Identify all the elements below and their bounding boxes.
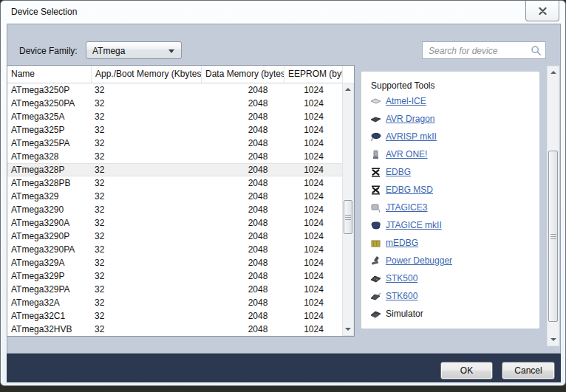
table-row[interactable]: ATmega328PB 32 2048 1024 [7, 176, 342, 190]
device-name-cell: ATmega3290PA [7, 244, 92, 255]
tool-item: Power Debugger [361, 252, 539, 269]
table-row[interactable]: ATmega329P 32 2048 1024 [7, 269, 342, 283]
device-table-body: ATmega3250P 32 2048 1024 ATmega3250PA 32… [7, 83, 342, 336]
eeprom-cell: 1024 [284, 271, 342, 281]
arrow-down-icon [345, 328, 351, 331]
tool-link[interactable]: JTAGICE mkII [386, 220, 442, 230]
supported-tools-panel: Supported Tools Atmel-ICE AVR Dragon AVR… [361, 71, 540, 329]
column-header-datamem[interactable]: Data Memory (bytes) [202, 66, 284, 83]
table-row[interactable]: ATmega325A 32 2048 1024 [7, 110, 342, 123]
tool-link[interactable]: EDBG MSD [386, 185, 433, 195]
table-row[interactable]: ATmega32HVB 32 2048 1024 [7, 323, 342, 336]
table-row[interactable]: ATmega325P 32 2048 1024 [7, 123, 342, 137]
atmel-ice-icon [369, 97, 381, 106]
data-memory-cell: 2048 [202, 258, 284, 268]
search-icon[interactable] [531, 45, 542, 59]
tool-item: JTAGICE3 [361, 199, 539, 216]
column-header-name[interactable]: Name [7, 66, 92, 83]
tool-link[interactable]: AVR ONE! [386, 149, 427, 159]
eeprom-cell: 1024 [284, 218, 342, 228]
eeprom-cell: 1024 [284, 311, 342, 321]
device-name-cell: ATmega328P [7, 165, 92, 175]
eeprom-cell: 1024 [284, 98, 342, 109]
table-row[interactable]: ATmega32C1 32 2048 1024 [7, 309, 342, 323]
tool-item: EDBG [361, 163, 539, 181]
arrow-up-icon [345, 88, 351, 91]
device-name-cell: ATmega325PA [7, 138, 92, 148]
eeprom-cell: 1024 [284, 178, 342, 188]
tool-label: Simulator [386, 309, 423, 319]
edbg-icon [369, 168, 381, 177]
table-row[interactable]: ATmega32A 32 2048 1024 [7, 296, 342, 309]
data-memory-cell: 2048 [202, 284, 284, 295]
dialog-scrollbar[interactable] [547, 66, 559, 346]
data-memory-cell: 2048 [202, 298, 284, 308]
avr-dragon-icon [369, 114, 381, 124]
table-row[interactable]: ATmega329PA 32 2048 1024 [7, 283, 342, 296]
table-scrollbar-thumb[interactable] [344, 200, 352, 234]
table-row[interactable]: ATmega3290P 32 2048 1024 [7, 230, 342, 243]
scroll-down-button[interactable] [343, 323, 353, 335]
table-row[interactable]: ATmega3250P 32 2048 1024 [7, 83, 342, 97]
app-boot-memory-cell: 32 [92, 258, 202, 268]
device-name-cell: ATmega32HVB [7, 324, 92, 334]
app-boot-memory-cell: 32 [92, 244, 202, 255]
table-row[interactable]: ATmega329 32 2048 1024 [7, 190, 342, 203]
device-family-label: Device Family: [19, 46, 78, 56]
device-name-cell: ATmega3290A [7, 218, 92, 228]
device-name-cell: ATmega325A [7, 111, 92, 122]
tool-link[interactable]: mEDBG [386, 238, 418, 248]
table-row[interactable]: ATmega325PA 32 2048 1024 [7, 137, 342, 150]
device-name-cell: ATmega329P [7, 271, 92, 281]
device-name-cell: ATmega329PA [7, 284, 92, 295]
tool-link[interactable]: EDBG [386, 167, 411, 177]
app-boot-memory-cell: 32 [92, 165, 202, 175]
data-memory-cell: 2048 [202, 324, 284, 334]
table-row[interactable]: ATmega328P 32 2048 1024 [7, 163, 342, 176]
table-row[interactable]: ATmega328 32 2048 1024 [7, 150, 342, 163]
scroll-up-button[interactable] [343, 83, 353, 95]
ok-button[interactable]: OK [440, 362, 493, 379]
jtagice3-icon [369, 203, 381, 213]
table-row[interactable]: ATmega3250PA 32 2048 1024 [7, 97, 342, 110]
tool-link[interactable]: Power Debugger [386, 255, 452, 266]
tool-link[interactable]: AVR Dragon [386, 114, 434, 124]
tool-link[interactable]: JTAGICE3 [386, 202, 427, 213]
column-header-eeprom[interactable]: EEPROM (bytes) [284, 66, 343, 83]
tool-link[interactable]: STK600 [386, 291, 417, 301]
scroll-up-button[interactable] [548, 66, 559, 78]
device-name-cell: ATmega3290 [7, 204, 92, 215]
table-row[interactable]: ATmega329A 32 2048 1024 [7, 256, 342, 269]
tool-link[interactable]: AVRISP mkII [386, 131, 437, 142]
tool-item: AVR Dragon [361, 110, 539, 128]
app-boot-memory-cell: 32 [92, 231, 202, 241]
app-boot-memory-cell: 32 [92, 85, 202, 95]
eeprom-cell: 1024 [284, 324, 342, 334]
tool-item: AVR ONE! [361, 145, 539, 163]
table-scrollbar[interactable] [342, 83, 354, 336]
device-name-cell: ATmega328 [7, 151, 92, 162]
search-input[interactable] [427, 44, 526, 58]
device-name-cell: ATmega328PB [7, 178, 92, 188]
app-boot-memory-cell: 32 [92, 298, 202, 308]
tool-item: STK600 [361, 287, 539, 305]
arrow-up-icon [550, 71, 556, 74]
cancel-button[interactable]: Cancel [502, 362, 555, 379]
table-row[interactable]: ATmega3290 32 2048 1024 [7, 203, 342, 216]
dialog-scrollbar-thumb[interactable] [548, 151, 558, 322]
close-button[interactable] [525, 1, 559, 21]
scroll-down-button[interactable] [548, 334, 559, 345]
tool-item: Simulator [361, 305, 539, 323]
tool-item: JTAGICE mkII [361, 216, 539, 234]
table-row[interactable]: ATmega3290A 32 2048 1024 [7, 216, 342, 230]
table-row[interactable]: ATmega3290PA 32 2048 1024 [7, 243, 342, 256]
eeprom-cell: 1024 [284, 284, 342, 295]
tool-link[interactable]: Atmel-ICE [386, 96, 426, 106]
device-family-dropdown[interactable]: ATmega [86, 41, 182, 59]
supported-tools-list: Atmel-ICE AVR Dragon AVRISP mkII AVR ONE… [361, 92, 539, 323]
data-memory-cell: 2048 [202, 311, 284, 321]
eeprom-cell: 1024 [284, 111, 342, 122]
eeprom-cell: 1024 [284, 231, 342, 241]
column-header-appboot[interactable]: App./Boot Memory (Kbytes) [92, 66, 202, 83]
tool-link[interactable]: STK500 [386, 273, 417, 283]
